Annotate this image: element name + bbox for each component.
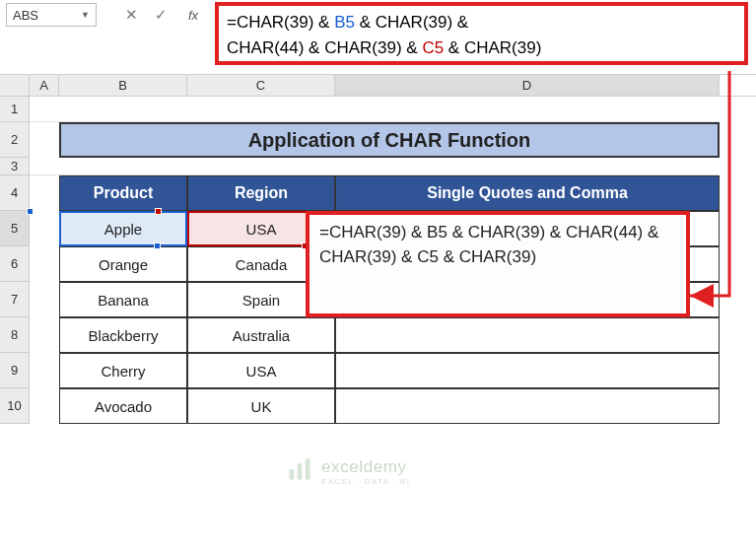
formula-input[interactable]: =CHAR(39) & B5 & CHAR(39) & CHAR(44) & C… <box>215 2 748 65</box>
cell-b7[interactable]: Banana <box>59 282 187 317</box>
col-region[interactable]: Region <box>187 175 335 211</box>
cell-edit-overlay[interactable]: =CHAR(39) & B5 & CHAR(39) & CHAR(44) & C… <box>306 211 690 317</box>
cell-b10[interactable]: Avocado <box>59 388 187 424</box>
rowhead-3[interactable]: 3 <box>0 158 30 175</box>
col-singlequotes[interactable]: Single Quotes and Comma <box>335 175 720 211</box>
cancel-icon: ✕ <box>125 6 138 24</box>
cell-edit-text: =CHAR(39) & B5 & CHAR(39) & CHAR(44) & C… <box>319 221 676 269</box>
cell-d8[interactable] <box>335 317 720 353</box>
watermark: exceldemy EXCEL · DATA · BI <box>286 455 410 487</box>
rowhead-4[interactable]: 4 <box>0 175 30 211</box>
rowhead-5[interactable]: 5 <box>0 211 30 246</box>
rowhead-1[interactable]: 1 <box>0 97 30 122</box>
row-headers: 1 2 3 4 5 6 7 8 9 10 <box>0 97 30 424</box>
colhead-c[interactable]: C <box>187 75 335 96</box>
cell-b8[interactable]: Blackberry <box>59 317 187 353</box>
name-box-drop-icon[interactable]: ▼ <box>81 10 90 20</box>
rowhead-8[interactable]: 8 <box>0 317 30 353</box>
col-product[interactable]: Product <box>59 175 187 211</box>
sheet-title[interactable]: Application of CHAR Function <box>59 122 720 158</box>
colhead-d[interactable]: D <box>335 75 720 96</box>
formula-ref-c5: C5 <box>422 38 444 57</box>
selection-handle-b5[interactable] <box>27 208 34 215</box>
formula-ref-b5: B5 <box>334 13 355 32</box>
cell-d9[interactable] <box>335 353 720 388</box>
cancel-button[interactable]: ✕ <box>116 3 146 27</box>
cell-c10[interactable]: UK <box>187 388 335 424</box>
cell-b6[interactable]: Orange <box>59 246 187 282</box>
column-headers: A B C D <box>0 75 756 97</box>
table-header-row: Product Region Single Quotes and Comma <box>59 175 720 211</box>
name-box-text: ABS <box>13 8 81 23</box>
colhead-b[interactable]: B <box>59 75 187 96</box>
cell-b9[interactable]: Cherry <box>59 353 187 388</box>
watermark-name: exceldemy <box>321 457 410 477</box>
cell-b5[interactable]: Apple <box>59 211 187 246</box>
fx-icon[interactable]: fx <box>175 3 211 27</box>
rowhead-2[interactable]: 2 <box>0 122 30 158</box>
blank-row-1[interactable] <box>30 97 720 122</box>
rowhead-6[interactable]: 6 <box>0 246 30 282</box>
table-row: Cherry USA <box>59 353 720 388</box>
selection-handle-c5[interactable] <box>155 208 162 215</box>
spreadsheet-grid[interactable]: A B C D 1 2 3 4 5 6 7 8 9 10 Application… <box>0 75 756 97</box>
name-box[interactable]: ABS ▼ <box>6 3 97 27</box>
enter-button[interactable]: ✓ <box>146 3 175 27</box>
table-row: Blackberry Australia <box>59 317 720 353</box>
data-table: Product Region Single Quotes and Comma A… <box>30 175 720 424</box>
formula-bar: ABS ▼ ✕ ✓ fx =CHAR(39) & B5 & CHAR(39) &… <box>0 0 756 75</box>
cell-c9[interactable]: USA <box>187 353 335 388</box>
rowhead-7[interactable]: 7 <box>0 282 30 317</box>
enter-icon: ✓ <box>155 6 168 24</box>
cell-c8[interactable]: Australia <box>187 317 335 353</box>
select-all-corner[interactable] <box>0 75 30 96</box>
watermark-tagline: EXCEL · DATA · BI <box>321 477 410 486</box>
table-row: Avocado UK <box>59 388 720 424</box>
colhead-a[interactable]: A <box>30 75 59 96</box>
blank-row-3[interactable] <box>30 158 720 175</box>
rowhead-10[interactable]: 10 <box>0 388 30 424</box>
selection-handle-b5[interactable] <box>154 242 161 249</box>
rowhead-9[interactable]: 9 <box>0 353 30 388</box>
sheet-content: Application of CHAR Function Product Reg… <box>30 97 720 424</box>
cell-d10[interactable] <box>335 388 720 424</box>
watermark-icon <box>286 455 313 487</box>
